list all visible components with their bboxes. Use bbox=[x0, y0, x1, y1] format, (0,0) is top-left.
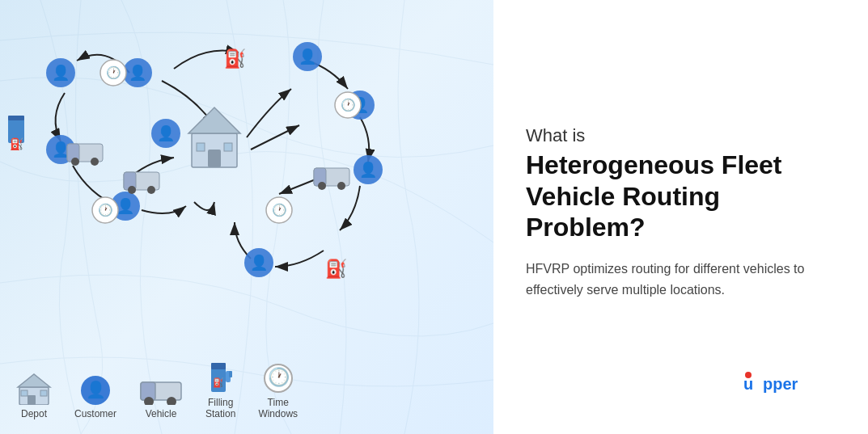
svg-point-48 bbox=[337, 182, 345, 190]
svg-text:👤: 👤 bbox=[129, 64, 147, 82]
description-text: HFVRP optimizes routing for different ve… bbox=[526, 259, 817, 300]
svg-text:🕐: 🕐 bbox=[98, 203, 113, 217]
svg-marker-50 bbox=[18, 374, 50, 387]
svg-point-39 bbox=[71, 158, 79, 166]
legend-depot: Depot bbox=[16, 373, 52, 419]
svg-text:pper: pper bbox=[763, 375, 798, 393]
svg-text:⛽: ⛽ bbox=[325, 258, 348, 280]
svg-text:⛽: ⛽ bbox=[10, 137, 24, 151]
legend-filling-station: ⛽ Filling Station bbox=[205, 360, 235, 419]
svg-rect-4 bbox=[197, 143, 205, 151]
svg-rect-3 bbox=[208, 150, 221, 167]
svg-text:👤: 👤 bbox=[52, 64, 70, 82]
legend-customer: 👤 Customer bbox=[74, 376, 116, 419]
legend-time-windows: 🕐 Time Windows bbox=[258, 363, 298, 419]
svg-rect-63 bbox=[229, 371, 232, 377]
svg-text:⛽: ⛽ bbox=[224, 48, 247, 70]
svg-text:👤: 👤 bbox=[86, 380, 106, 399]
svg-text:👤: 👤 bbox=[299, 48, 317, 65]
right-panel: What is Heterogeneous Fleet Vehicle Rout… bbox=[493, 0, 868, 434]
svg-text:👤: 👤 bbox=[116, 197, 135, 215]
svg-rect-61 bbox=[211, 363, 226, 369]
svg-text:🕐: 🕐 bbox=[341, 98, 356, 112]
svg-rect-53 bbox=[40, 390, 47, 396]
legend-vehicle: Vehicle bbox=[139, 377, 183, 419]
svg-rect-51 bbox=[28, 395, 36, 405]
svg-point-43 bbox=[128, 186, 136, 194]
svg-rect-52 bbox=[21, 390, 28, 396]
left-panel: 👤 👤 👤 👤 👤 👤 👤 👤 bbox=[0, 0, 493, 434]
svg-text:👤: 👤 bbox=[250, 254, 269, 272]
svg-text:🕐: 🕐 bbox=[106, 65, 121, 80]
svg-point-69 bbox=[745, 372, 752, 378]
svg-point-47 bbox=[318, 182, 326, 190]
svg-point-40 bbox=[91, 158, 99, 166]
legend: Depot 👤 Customer Vehicle bbox=[16, 360, 298, 419]
what-is-text: What is bbox=[526, 125, 836, 146]
svg-text:🕐: 🕐 bbox=[272, 203, 287, 217]
svg-text:👤: 👤 bbox=[359, 161, 378, 179]
svg-text:⛽: ⛽ bbox=[213, 377, 224, 388]
svg-text:🕐: 🕐 bbox=[267, 366, 290, 388]
svg-rect-33 bbox=[8, 116, 24, 120]
svg-point-44 bbox=[147, 186, 155, 194]
svg-rect-5 bbox=[224, 143, 232, 151]
main-title: Heterogeneous Fleet Vehicle Routing Prob… bbox=[526, 150, 836, 242]
upper-logo: pper u bbox=[740, 371, 813, 395]
svg-text:👤: 👤 bbox=[157, 124, 176, 142]
svg-marker-2 bbox=[188, 107, 240, 133]
